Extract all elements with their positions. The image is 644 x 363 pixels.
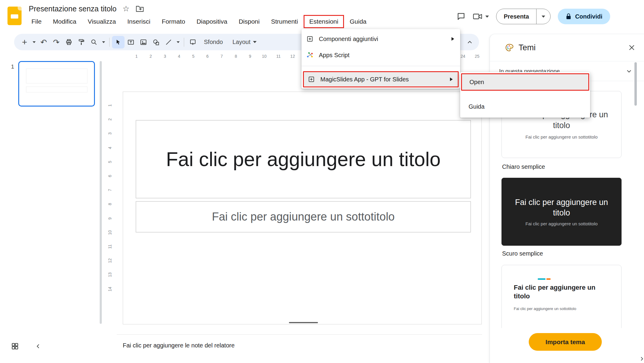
close-icon: [628, 44, 636, 51]
layout-button[interactable]: Layout: [228, 36, 261, 48]
share-button[interactable]: Condividi: [558, 9, 610, 24]
insert-placeholder-button[interactable]: [187, 36, 199, 48]
new-slide-caret[interactable]: [31, 36, 37, 48]
speaker-notes[interactable]: Fai clic per aggiungere le note del rela…: [123, 339, 479, 352]
cursor-icon: [115, 39, 122, 45]
collapse-filmstrip-button[interactable]: [35, 343, 42, 350]
h-ruler-number: 11: [276, 54, 281, 59]
present-button-group: Presenta: [496, 9, 551, 24]
theme-card-subtitle: Fai clic per aggiungere un sottotitolo: [525, 221, 598, 226]
themes-panel-header: Temi: [490, 34, 644, 61]
menu-visualizza[interactable]: Visualizza: [82, 15, 122, 28]
h-ruler-number: 8: [235, 54, 237, 59]
slide-number: 1: [9, 63, 16, 70]
insert-line-caret[interactable]: [175, 36, 181, 48]
undo-icon: ↶: [40, 38, 47, 46]
grid-view-button[interactable]: [11, 342, 19, 350]
menu-estensioni[interactable]: Estensioni: [304, 15, 344, 28]
menu-diapositiva[interactable]: Diapositiva: [191, 15, 233, 28]
themes-panel-footer: Importa tema: [490, 328, 644, 363]
zoom-caret[interactable]: [100, 36, 107, 48]
menu-inserisci[interactable]: Inserisci: [122, 15, 156, 28]
theme-card-title: Fai clic per aggiungere un titolo: [510, 197, 613, 218]
thumbnail-title-box: [26, 69, 87, 83]
menu-file[interactable]: File: [26, 15, 47, 28]
v-ruler-number: 12: [107, 258, 112, 263]
submenu-arrow-icon: [450, 78, 453, 81]
panel-scrollbar[interactable]: [634, 62, 637, 106]
new-slide-button[interactable]: +: [18, 36, 31, 48]
insert-image-button[interactable]: [137, 36, 150, 48]
chevron-down-icon: [177, 41, 180, 43]
menu-item-magicslides[interactable]: MagicSlides App - GPT for Slides: [303, 71, 459, 87]
insert-shape-button[interactable]: [150, 36, 162, 48]
menu-strumenti[interactable]: Strumenti: [265, 15, 304, 28]
theme-card-dark[interactable]: Fai clic per aggiungere un titolo Fai cl…: [501, 178, 622, 246]
background-button[interactable]: Sfondo: [199, 36, 228, 48]
logo-bar: [11, 14, 18, 19]
subtitle-placeholder[interactable]: Fai clic per aggiungere un sottotitolo: [136, 201, 471, 233]
insert-line-button[interactable]: [162, 36, 175, 48]
title-placeholder[interactable]: Fai clic per aggiungere un titolo: [136, 120, 471, 198]
text-box-icon: [127, 39, 134, 46]
topbar-actions: Presenta Condividi: [457, 8, 610, 25]
menu-item-apps-script[interactable]: Apps Script: [301, 47, 460, 63]
move-folder-icon[interactable]: [136, 5, 144, 12]
toolbar-separator: [184, 38, 184, 47]
theme-accent-dash: [538, 278, 621, 280]
submenu-gap: [460, 91, 590, 98]
slide-canvas[interactable]: Fai clic per aggiungere un titolo Fai cl…: [123, 92, 482, 324]
subtitle-placeholder-text: Fai clic per aggiungere un sottotitolo: [212, 210, 395, 223]
text-box-button[interactable]: [125, 36, 137, 48]
join-call-button[interactable]: [473, 13, 489, 20]
import-theme-button[interactable]: Importa tema: [529, 333, 602, 351]
chevron-down-icon: [33, 41, 36, 43]
menu-item-label: Componenti aggiuntivi: [319, 36, 378, 42]
magicslides-icon: [308, 76, 315, 83]
theme-card-subtitle: Fai clic per aggiungere un sottotitolo: [514, 306, 621, 311]
placeholder-icon: [189, 39, 196, 46]
h-ruler-number: 7: [220, 54, 223, 59]
present-label: Presenta: [504, 13, 529, 20]
menu-disponi[interactable]: Disponi: [233, 15, 265, 28]
slide-thumbnail[interactable]: [18, 61, 95, 107]
document-title[interactable]: Presentazione senza titolo: [29, 4, 116, 13]
present-options-caret[interactable]: [537, 9, 550, 24]
submenu-item-open[interactable]: Open: [461, 73, 589, 91]
h-ruler-number: 4: [178, 54, 180, 59]
shape-icon: [152, 39, 160, 46]
h-ruler-number: 10: [262, 54, 267, 59]
theme-card-title: Fai clic per aggiungere un titolo: [514, 283, 604, 300]
submenu-item-guida[interactable]: Guida: [460, 98, 590, 115]
filmstrip-scrollbar[interactable]: [100, 61, 102, 324]
h-ruler-number: 25: [475, 54, 480, 59]
menu-item-add-ons[interactable]: Componenti aggiuntivi: [301, 31, 460, 47]
topbar: Presentazione senza titolo ☆ File Modifi…: [0, 0, 644, 33]
v-ruler-number: 10: [107, 230, 112, 235]
redo-button[interactable]: ↷: [50, 36, 63, 48]
print-icon: [65, 39, 72, 46]
star-icon[interactable]: ☆: [122, 5, 129, 13]
notes-resize-handle[interactable]: [289, 322, 318, 323]
undo-button[interactable]: ↶: [37, 36, 50, 48]
expand-sidebar-chevron[interactable]: [639, 356, 644, 362]
slides-logo-icon[interactable]: [7, 7, 22, 25]
h-ruler-number: 6: [206, 54, 209, 59]
select-tool-button[interactable]: [112, 36, 125, 48]
paint-format-button[interactable]: [75, 36, 88, 48]
print-button[interactable]: [63, 36, 75, 48]
present-button[interactable]: Presenta: [496, 9, 536, 24]
speaker-notes-placeholder: Fai clic per aggiungere le note del rela…: [123, 342, 235, 349]
menu-formato[interactable]: Formato: [156, 15, 191, 28]
v-ruler-number: 8: [107, 203, 112, 205]
line-icon: [165, 39, 172, 46]
comments-button[interactable]: [457, 12, 466, 21]
close-panel-button[interactable]: [628, 44, 636, 51]
share-label: Condividi: [575, 13, 602, 20]
v-ruler-number: 11: [107, 244, 112, 249]
menu-guida[interactable]: Guida: [344, 15, 372, 28]
comment-icon: [457, 12, 466, 21]
hide-menus-button[interactable]: [463, 36, 476, 48]
zoom-button[interactable]: [88, 36, 100, 48]
menu-modifica[interactable]: Modifica: [47, 15, 82, 28]
